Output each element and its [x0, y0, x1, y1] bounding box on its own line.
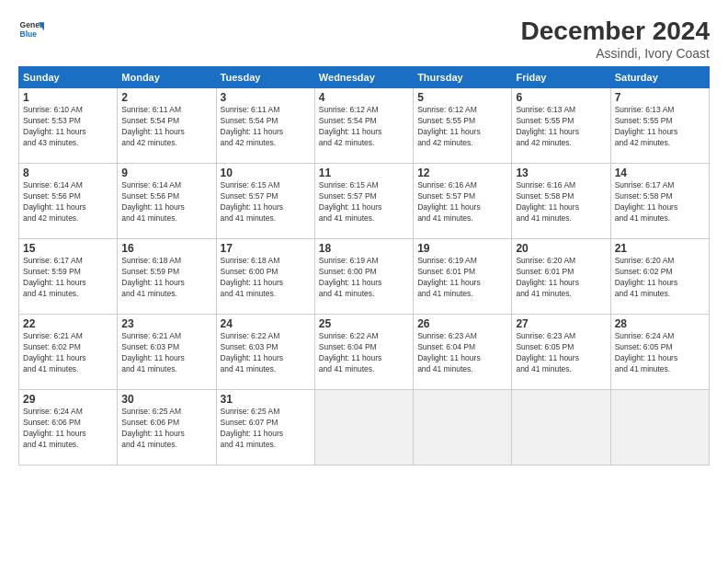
header: General Blue December 2024 Assindi, Ivor…	[18, 17, 710, 61]
table-row: 24Sunrise: 6:22 AM Sunset: 6:03 PM Dayli…	[216, 315, 314, 390]
table-row: 1Sunrise: 6:10 AM Sunset: 5:53 PM Daylig…	[19, 88, 118, 164]
page: General Blue December 2024 Assindi, Ivor…	[0, 0, 728, 563]
col-wednesday: Wednesday	[314, 67, 413, 88]
table-row: 23Sunrise: 6:21 AM Sunset: 6:03 PM Dayli…	[118, 315, 216, 390]
day-info: Sunrise: 6:12 AM Sunset: 5:54 PM Dayligh…	[319, 105, 409, 149]
day-number: 12	[417, 167, 507, 179]
table-row: 4Sunrise: 6:12 AM Sunset: 5:54 PM Daylig…	[314, 88, 413, 164]
day-number: 27	[516, 317, 606, 330]
day-number: 2	[121, 91, 211, 104]
day-info: Sunrise: 6:18 AM Sunset: 6:00 PM Dayligh…	[221, 256, 311, 300]
day-number: 21	[615, 242, 705, 255]
table-row: 11Sunrise: 6:15 AM Sunset: 5:57 PM Dayli…	[314, 164, 413, 239]
table-row	[512, 390, 610, 465]
day-number: 14	[615, 167, 705, 179]
col-saturday: Saturday	[610, 67, 709, 88]
col-sunday: Sunday	[19, 67, 118, 88]
day-number: 4	[319, 91, 409, 104]
day-number: 6	[516, 91, 606, 104]
day-number: 24	[221, 317, 311, 330]
day-info: Sunrise: 6:11 AM Sunset: 5:54 PM Dayligh…	[121, 105, 211, 149]
day-header-row: Sunday Monday Tuesday Wednesday Thursday…	[19, 67, 710, 88]
table-row: 29Sunrise: 6:24 AM Sunset: 6:06 PM Dayli…	[19, 390, 118, 465]
title-block: December 2024 Assindi, Ivory Coast	[521, 17, 710, 61]
day-info: Sunrise: 6:13 AM Sunset: 5:55 PM Dayligh…	[516, 105, 606, 149]
day-info: Sunrise: 6:24 AM Sunset: 6:06 PM Dayligh…	[23, 407, 113, 451]
day-info: Sunrise: 6:10 AM Sunset: 5:53 PM Dayligh…	[23, 105, 113, 149]
table-row: 2Sunrise: 6:11 AM Sunset: 5:54 PM Daylig…	[118, 88, 216, 164]
day-number: 11	[319, 167, 409, 179]
day-number: 17	[221, 242, 311, 255]
logo-icon: General Blue	[18, 17, 44, 42]
day-number: 22	[23, 317, 113, 330]
calendar: Sunday Monday Tuesday Wednesday Thursday…	[18, 66, 710, 465]
svg-text:Blue: Blue	[20, 29, 38, 39]
day-number: 18	[319, 242, 409, 255]
table-row: 31Sunrise: 6:25 AM Sunset: 6:07 PM Dayli…	[216, 390, 314, 465]
col-thursday: Thursday	[414, 67, 512, 88]
table-row: 3Sunrise: 6:11 AM Sunset: 5:54 PM Daylig…	[216, 88, 314, 164]
table-row: 20Sunrise: 6:20 AM Sunset: 6:01 PM Dayli…	[512, 239, 610, 315]
table-row: 25Sunrise: 6:22 AM Sunset: 6:04 PM Dayli…	[314, 315, 413, 390]
day-number: 29	[23, 393, 113, 406]
table-row: 7Sunrise: 6:13 AM Sunset: 5:55 PM Daylig…	[610, 88, 709, 164]
day-info: Sunrise: 6:24 AM Sunset: 6:05 PM Dayligh…	[615, 331, 705, 375]
day-number: 16	[121, 242, 211, 255]
table-row: 28Sunrise: 6:24 AM Sunset: 6:05 PM Dayli…	[610, 315, 709, 390]
day-info: Sunrise: 6:15 AM Sunset: 5:57 PM Dayligh…	[221, 180, 311, 224]
day-number: 7	[615, 91, 705, 104]
day-info: Sunrise: 6:15 AM Sunset: 5:57 PM Dayligh…	[319, 180, 409, 224]
day-info: Sunrise: 6:18 AM Sunset: 5:59 PM Dayligh…	[121, 256, 211, 300]
day-info: Sunrise: 6:25 AM Sunset: 6:07 PM Dayligh…	[221, 407, 311, 451]
table-row: 17Sunrise: 6:18 AM Sunset: 6:00 PM Dayli…	[216, 239, 314, 315]
table-row: 14Sunrise: 6:17 AM Sunset: 5:58 PM Dayli…	[610, 164, 709, 239]
day-number: 25	[319, 317, 409, 330]
col-friday: Friday	[512, 67, 610, 88]
day-info: Sunrise: 6:11 AM Sunset: 5:54 PM Dayligh…	[221, 105, 311, 149]
day-info: Sunrise: 6:19 AM Sunset: 6:00 PM Dayligh…	[319, 256, 409, 300]
day-number: 23	[121, 317, 211, 330]
col-tuesday: Tuesday	[216, 67, 314, 88]
table-row: 8Sunrise: 6:14 AM Sunset: 5:56 PM Daylig…	[19, 164, 118, 239]
table-row: 27Sunrise: 6:23 AM Sunset: 6:05 PM Dayli…	[512, 315, 610, 390]
day-info: Sunrise: 6:21 AM Sunset: 6:02 PM Dayligh…	[23, 331, 113, 375]
table-row	[314, 390, 413, 465]
day-number: 19	[417, 242, 507, 255]
table-row: 10Sunrise: 6:15 AM Sunset: 5:57 PM Dayli…	[216, 164, 314, 239]
subtitle: Assindi, Ivory Coast	[521, 46, 710, 61]
day-number: 9	[121, 167, 211, 179]
day-info: Sunrise: 6:14 AM Sunset: 5:56 PM Dayligh…	[23, 180, 113, 224]
day-info: Sunrise: 6:23 AM Sunset: 6:04 PM Dayligh…	[417, 331, 507, 375]
day-info: Sunrise: 6:20 AM Sunset: 6:01 PM Dayligh…	[516, 256, 606, 300]
day-info: Sunrise: 6:16 AM Sunset: 5:57 PM Dayligh…	[417, 180, 507, 224]
day-number: 1	[23, 91, 113, 104]
table-row: 6Sunrise: 6:13 AM Sunset: 5:55 PM Daylig…	[512, 88, 610, 164]
day-info: Sunrise: 6:19 AM Sunset: 6:01 PM Dayligh…	[417, 256, 507, 300]
table-row: 21Sunrise: 6:20 AM Sunset: 6:02 PM Dayli…	[610, 239, 709, 315]
table-row: 18Sunrise: 6:19 AM Sunset: 6:00 PM Dayli…	[314, 239, 413, 315]
day-number: 30	[121, 393, 211, 406]
logo: General Blue	[18, 17, 44, 42]
day-number: 13	[516, 167, 606, 179]
table-row: 15Sunrise: 6:17 AM Sunset: 5:59 PM Dayli…	[19, 239, 118, 315]
day-info: Sunrise: 6:23 AM Sunset: 6:05 PM Dayligh…	[516, 331, 606, 375]
table-row: 12Sunrise: 6:16 AM Sunset: 5:57 PM Dayli…	[414, 164, 512, 239]
col-monday: Monday	[118, 67, 216, 88]
table-row: 22Sunrise: 6:21 AM Sunset: 6:02 PM Dayli…	[19, 315, 118, 390]
day-number: 26	[417, 317, 507, 330]
table-row	[414, 390, 512, 465]
day-number: 31	[221, 393, 311, 406]
day-info: Sunrise: 6:22 AM Sunset: 6:03 PM Dayligh…	[221, 331, 311, 375]
day-number: 8	[23, 167, 113, 179]
day-info: Sunrise: 6:22 AM Sunset: 6:04 PM Dayligh…	[319, 331, 409, 375]
day-info: Sunrise: 6:14 AM Sunset: 5:56 PM Dayligh…	[121, 180, 211, 224]
day-number: 3	[221, 91, 311, 104]
table-row: 16Sunrise: 6:18 AM Sunset: 5:59 PM Dayli…	[118, 239, 216, 315]
month-title: December 2024	[521, 17, 710, 46]
day-info: Sunrise: 6:17 AM Sunset: 5:58 PM Dayligh…	[615, 180, 705, 224]
table-row: 19Sunrise: 6:19 AM Sunset: 6:01 PM Dayli…	[414, 239, 512, 315]
day-info: Sunrise: 6:25 AM Sunset: 6:06 PM Dayligh…	[121, 407, 211, 451]
day-number: 15	[23, 242, 113, 255]
table-row: 26Sunrise: 6:23 AM Sunset: 6:04 PM Dayli…	[414, 315, 512, 390]
day-number: 28	[615, 317, 705, 330]
